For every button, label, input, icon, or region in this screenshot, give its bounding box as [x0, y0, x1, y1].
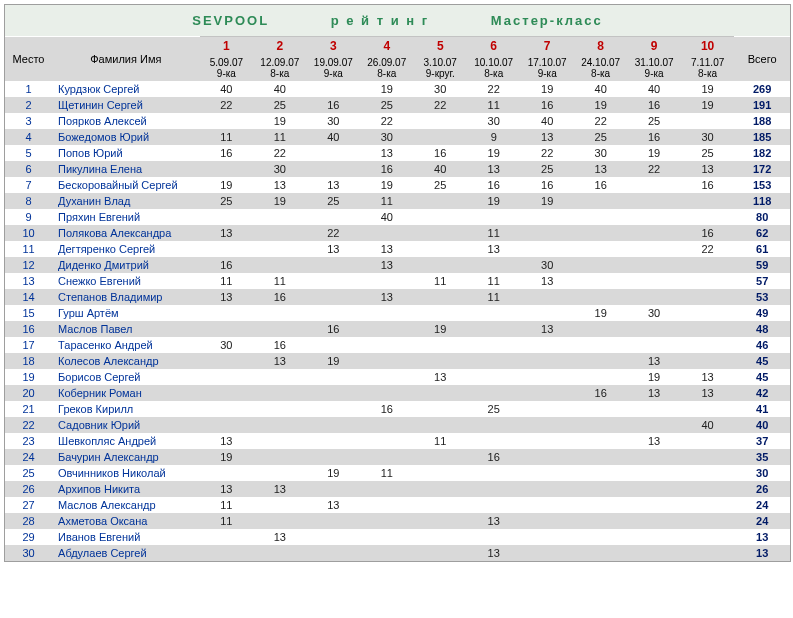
score-cell — [681, 513, 734, 529]
score-cell: 16 — [360, 401, 413, 417]
col-date-5: 3.10.079-круг. — [414, 55, 467, 81]
score-cell: 19 — [520, 193, 573, 209]
score-cell — [681, 305, 734, 321]
score-cell — [467, 385, 520, 401]
score-cell — [253, 385, 306, 401]
place-cell: 23 — [5, 433, 52, 449]
score-cell — [467, 321, 520, 337]
name-cell: Греков Кирилл — [52, 401, 200, 417]
score-cell — [307, 545, 360, 561]
score-cell — [360, 545, 413, 561]
table-row: 16Маслов Павел16191348 — [5, 321, 790, 337]
name-cell: Садовник Юрий — [52, 417, 200, 433]
col-round-1: 1 — [200, 37, 253, 56]
score-cell — [360, 321, 413, 337]
score-cell: 22 — [520, 145, 573, 161]
total-cell: 61 — [734, 241, 790, 257]
score-cell — [467, 337, 520, 353]
place-cell: 5 — [5, 145, 52, 161]
score-cell: 25 — [681, 145, 734, 161]
table-row: 17Тарасенко Андрей301646 — [5, 337, 790, 353]
col-round-2: 2 — [253, 37, 306, 56]
score-cell: 16 — [200, 257, 253, 273]
score-cell: 25 — [574, 129, 627, 145]
score-cell: 22 — [253, 145, 306, 161]
score-cell — [253, 241, 306, 257]
score-cell — [574, 529, 627, 545]
total-cell: 49 — [734, 305, 790, 321]
score-cell: 16 — [467, 449, 520, 465]
score-cell — [360, 417, 413, 433]
score-cell — [627, 193, 680, 209]
table-row: 6Пикулина Елена3016401325132213172 — [5, 161, 790, 177]
col-date-3: 19.09.079-ка — [307, 55, 360, 81]
name-cell: Духанин Влад — [52, 193, 200, 209]
score-cell — [627, 321, 680, 337]
score-cell: 16 — [307, 97, 360, 113]
score-cell — [467, 369, 520, 385]
score-cell — [253, 257, 306, 273]
score-cell — [414, 529, 467, 545]
score-cell — [307, 401, 360, 417]
score-cell — [307, 417, 360, 433]
score-cell: 30 — [681, 129, 734, 145]
score-cell — [360, 337, 413, 353]
score-cell — [200, 241, 253, 257]
col-round-4: 4 — [360, 37, 413, 56]
score-cell: 13 — [360, 241, 413, 257]
score-cell: 13 — [520, 273, 573, 289]
score-cell — [520, 369, 573, 385]
score-cell: 19 — [681, 81, 734, 97]
score-cell — [200, 417, 253, 433]
place-cell: 24 — [5, 449, 52, 465]
score-cell: 16 — [574, 385, 627, 401]
score-cell — [200, 545, 253, 561]
score-cell — [307, 433, 360, 449]
score-cell — [307, 145, 360, 161]
score-cell: 40 — [414, 161, 467, 177]
score-cell — [681, 481, 734, 497]
total-cell: 41 — [734, 401, 790, 417]
score-cell — [414, 545, 467, 561]
score-cell — [253, 401, 306, 417]
name-cell: Маслов Павел — [52, 321, 200, 337]
place-cell: 16 — [5, 321, 52, 337]
total-cell: 45 — [734, 369, 790, 385]
score-cell — [307, 81, 360, 97]
score-cell: 40 — [360, 209, 413, 225]
score-cell — [253, 545, 306, 561]
score-cell: 11 — [200, 497, 253, 513]
score-cell: 13 — [253, 177, 306, 193]
score-cell: 11 — [467, 97, 520, 113]
score-cell — [627, 449, 680, 465]
score-cell: 30 — [253, 161, 306, 177]
place-cell: 1 — [5, 81, 52, 97]
col-place: Место — [5, 37, 52, 82]
score-cell — [681, 529, 734, 545]
score-cell: 13 — [360, 289, 413, 305]
title-c: Мастер-класс — [491, 13, 603, 28]
total-cell: 153 — [734, 177, 790, 193]
place-cell: 15 — [5, 305, 52, 321]
score-cell — [627, 209, 680, 225]
score-cell — [681, 337, 734, 353]
score-cell — [520, 209, 573, 225]
rating-table: МестоФамилия Имя12345678910Всего 5.09.07… — [5, 36, 790, 561]
score-cell — [307, 529, 360, 545]
score-cell: 40 — [574, 81, 627, 97]
total-cell: 40 — [734, 417, 790, 433]
score-cell — [200, 113, 253, 129]
name-cell: Бачурин Александр — [52, 449, 200, 465]
table-row: 21Греков Кирилл162541 — [5, 401, 790, 417]
col-date-4: 26.09.078-ка — [360, 55, 413, 81]
score-cell: 25 — [200, 193, 253, 209]
table-row: 7Бескоровайный Сергей1913131925161616161… — [5, 177, 790, 193]
score-cell — [627, 241, 680, 257]
score-cell — [467, 353, 520, 369]
name-cell: Коберник Роман — [52, 385, 200, 401]
name-cell: Борисов Сергей — [52, 369, 200, 385]
score-cell — [574, 465, 627, 481]
total-cell: 188 — [734, 113, 790, 129]
place-cell: 27 — [5, 497, 52, 513]
table-row: 13Снежко Евгений111111111357 — [5, 273, 790, 289]
